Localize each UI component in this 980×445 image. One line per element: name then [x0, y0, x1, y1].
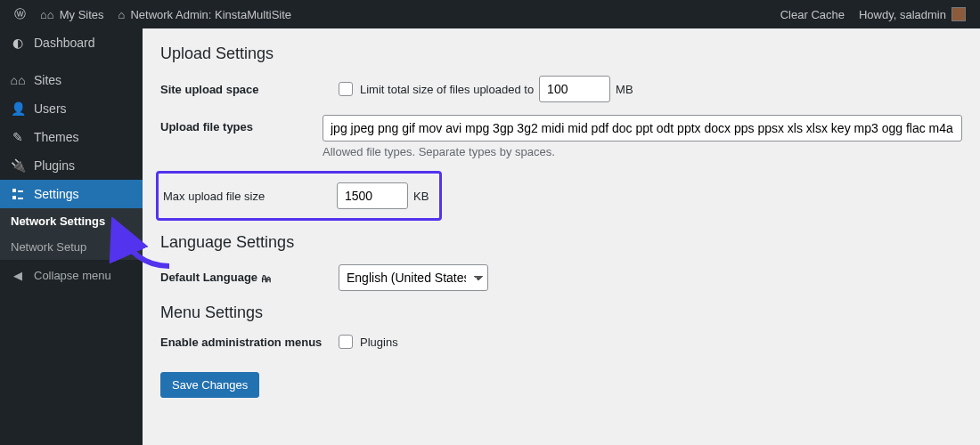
admin-bar: ⓦ ⌂⌂My Sites ⌂Network Admin: KinstaMulti…	[0, 0, 980, 28]
default-language-row: Default Language 🗛 English (United State…	[160, 264, 962, 291]
menu-plugins-label: Plugins	[34, 158, 75, 173]
plugins-checkbox-label: Plugins	[360, 336, 398, 349]
submenu-network-setup[interactable]: Network Setup	[0, 234, 143, 260]
translate-icon: 🗛	[261, 272, 272, 285]
menu-sites[interactable]: ⌂⌂Sites	[0, 66, 143, 94]
svg-rect-3	[18, 198, 23, 199]
network-admin-label: Network Admin: KinstaMultiSite	[130, 8, 291, 21]
collapse-menu[interactable]: ◀Collapse menu	[0, 260, 143, 291]
menu-themes-label: Themes	[34, 130, 79, 144]
content-area: Upload Settings Site upload space Limit …	[143, 28, 980, 445]
wordpress-icon: ⓦ	[14, 6, 26, 22]
limit-total-input[interactable]	[539, 76, 610, 102]
menu-themes[interactable]: ✎Themes	[0, 123, 143, 151]
collapse-icon: ◀	[9, 269, 27, 282]
avatar	[951, 7, 966, 21]
submenu-network-settings-label: Network Settings	[11, 214, 105, 228]
max-upload-label: Max upload file size	[159, 190, 337, 203]
users-icon: 👤	[9, 101, 27, 116]
menu-settings[interactable]: Settings	[0, 180, 143, 208]
wp-logo[interactable]: ⓦ	[7, 0, 33, 28]
menu-users-label: Users	[34, 101, 67, 116]
svg-rect-0	[12, 189, 16, 192]
limit-total-checkbox[interactable]	[339, 82, 353, 96]
enable-admin-menus-label: Enable administration menus	[160, 336, 339, 349]
home-icon: ⌂	[118, 8, 126, 21]
collapse-label: Collapse menu	[34, 269, 111, 282]
svg-rect-2	[18, 190, 23, 192]
upload-file-types-label: Upload file types	[160, 115, 323, 134]
default-language-label: Default Language 🗛	[160, 271, 339, 285]
menu-users[interactable]: 👤Users	[0, 94, 143, 123]
save-changes-button[interactable]: Save Changes	[160, 372, 259, 398]
howdy-account[interactable]: Howdy, saladmin	[852, 0, 973, 28]
language-settings-heading: Language Settings	[160, 233, 962, 252]
menu-dashboard-label: Dashboard	[34, 36, 95, 50]
plugins-icon: 🔌	[9, 158, 27, 173]
my-sites-label: My Sites	[60, 8, 104, 21]
network-admin-link[interactable]: ⌂Network Admin: KinstaMultiSite	[111, 0, 298, 28]
submenu-network-settings[interactable]: Network Settings	[0, 208, 143, 234]
max-upload-highlight-box: Max upload file size KB	[156, 171, 442, 221]
dashboard-icon: ◐	[9, 36, 27, 50]
submenu-network-setup-label: Network Setup	[11, 240, 86, 254]
limit-total-unit: MB	[616, 83, 633, 96]
themes-icon: ✎	[9, 130, 27, 144]
sites-icon: ⌂⌂	[40, 8, 54, 21]
howdy-label: Howdy, saladmin	[859, 8, 946, 21]
menu-settings-heading: Menu Settings	[160, 303, 962, 322]
settings-icon	[9, 187, 27, 201]
menu-settings-label: Settings	[34, 187, 79, 201]
menu-sites-label: Sites	[34, 73, 61, 87]
default-language-select[interactable]: English (United States)	[339, 264, 488, 291]
clear-cache-label: Clear Cache	[780, 8, 845, 21]
max-upload-unit: KB	[413, 190, 429, 203]
menu-plugins[interactable]: 🔌Plugins	[0, 151, 143, 180]
enable-admin-menus-row: Enable administration menus Plugins	[160, 335, 962, 349]
upload-settings-heading: Upload Settings	[160, 44, 962, 63]
upload-file-types-help: Allowed file types. Separate types by sp…	[323, 145, 962, 158]
sites-icon: ⌂⌂	[9, 73, 27, 87]
site-upload-space-row: Site upload space Limit total size of fi…	[160, 76, 962, 102]
my-sites-link[interactable]: ⌂⌂My Sites	[33, 0, 111, 28]
upload-file-types-row: Upload file types Allowed file types. Se…	[160, 115, 962, 158]
limit-total-label: Limit total size of files uploaded to	[360, 83, 534, 96]
menu-dashboard[interactable]: ◐Dashboard	[0, 28, 143, 57]
clear-cache-link[interactable]: Clear Cache	[773, 0, 852, 28]
svg-rect-1	[12, 196, 16, 199]
plugins-checkbox[interactable]	[339, 335, 353, 349]
upload-file-types-input[interactable]	[323, 115, 962, 142]
site-upload-space-label: Site upload space	[160, 83, 339, 96]
admin-sidebar: ◐Dashboard ⌂⌂Sites 👤Users ✎Themes 🔌Plugi…	[0, 28, 143, 445]
max-upload-input[interactable]	[337, 182, 408, 209]
